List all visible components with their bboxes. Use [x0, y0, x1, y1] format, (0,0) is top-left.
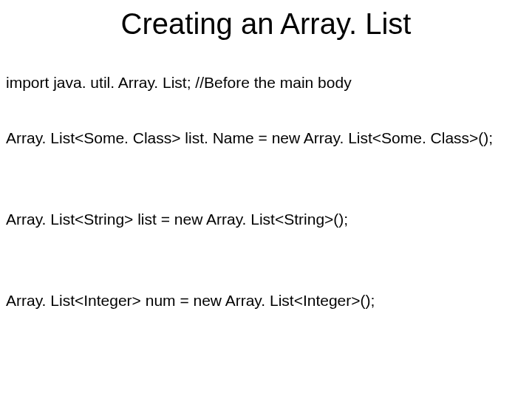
slide: Creating an Array. List import java. uti…: [0, 0, 532, 399]
code-line-import: import java. util. Array. List; //Before…: [6, 74, 352, 92]
slide-title: Creating an Array. List: [0, 7, 532, 41]
code-line-string-list: Array. List<String> list = new Array. Li…: [6, 211, 348, 228]
code-line-integer-list: Array. List<Integer> num = new Array. Li…: [6, 292, 375, 310]
code-line-generic-declaration: Array. List<Some. Class> list. Name = ne…: [6, 129, 493, 147]
